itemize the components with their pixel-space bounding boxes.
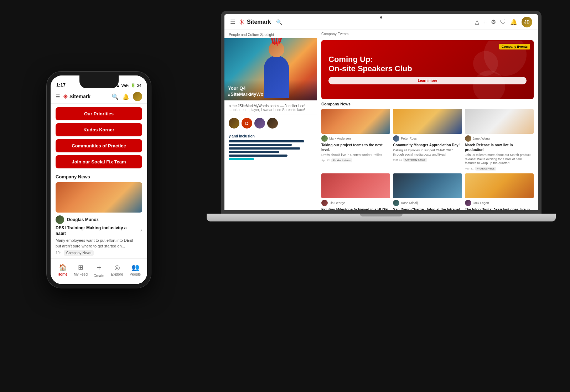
laptop-right-panel[interactable]: Company Events Company Events Coming Up:…: [317, 30, 538, 210]
our-priorities-button[interactable]: Our Priorities: [56, 107, 142, 120]
news-date-1: Apr 12: [321, 159, 330, 162]
news-card-1[interactable]: Mark Anderson Taking our project teams t…: [321, 109, 390, 171]
logo-icon: ✳: [239, 18, 245, 26]
news-card-4[interactable]: Tia George Exciting Milestone Achieved i…: [321, 173, 390, 210]
news-card-title-5: San Diego Charge - Igloo at the Intranet…: [393, 207, 462, 210]
avatar-1: [229, 118, 239, 129]
notification-icon[interactable]: 🔔: [510, 19, 517, 25]
news-card-2[interactable]: Peter Ross Community Manager Appreciatio…: [393, 109, 462, 171]
laptop-screen: ☰ ✳ Sitemark 🔍 △ + ⚙ 🛡 🔔 JD: [224, 14, 538, 210]
news-meta-2: Mar 31 Company News: [393, 158, 462, 162]
news-tag-2[interactable]: Company News: [403, 158, 427, 162]
phone-nav-people[interactable]: 👥 People: [127, 263, 144, 276]
phone-nav-create[interactable]: ＋ Create: [90, 262, 108, 278]
events-section-label: Company Events: [317, 30, 538, 36]
dei-section: y and Inclusion: [229, 134, 313, 160]
hero-badge: Company Events: [499, 44, 530, 49]
phone-logo-text: Sitemark: [69, 94, 90, 99]
kudos-korner-button[interactable]: Kudos Korner: [56, 123, 142, 136]
news-card-title-2: Community Manager Appreciation Day!: [393, 143, 462, 147]
laptop-camera: [380, 16, 382, 19]
news-card-title-6: The Igloo Digital Assistant goes live in…: [465, 207, 534, 210]
phone-notch: [79, 75, 119, 88]
laptop-body: ☰ ✳ Sitemark 🔍 △ + ⚙ 🛡 🔔 JD: [221, 11, 542, 214]
news-author-avatar-2: [393, 135, 399, 142]
add-icon[interactable]: +: [483, 19, 487, 25]
explore-label: Explore: [111, 272, 123, 276]
battery-level: 24: [137, 83, 141, 88]
settings-icon[interactable]: ⚙: [491, 19, 496, 25]
phone-user-avatar[interactable]: [133, 92, 142, 101]
news-author-2: Peter Ross: [393, 135, 462, 142]
phone: 1:17 ▲▲▲ WiFi 🔋 24 ☰ ✳ Sitemark 🔍 🔔: [46, 71, 151, 288]
phone-featured-news-card[interactable]: Douglas Munoz DE&I Training: Making incl…: [56, 182, 142, 256]
laptop: ☰ ✳ Sitemark 🔍 △ + ⚙ 🛡 🔔 JD: [221, 11, 542, 231]
news-author-avatar-3: [465, 135, 471, 142]
avatar-3: [254, 118, 265, 129]
laptop-base: [207, 214, 556, 221]
phone-news-meta: 19h Compnay News: [56, 250, 142, 256]
phone-search-icon[interactable]: 🔍: [112, 93, 119, 100]
phone-logo[interactable]: ✳ Sitemark: [63, 93, 90, 100]
news-author-name-4: Tia George: [329, 201, 345, 205]
home-icon: 🏠: [59, 263, 67, 271]
phone-header: ☰ ✳ Sitemark 🔍 🔔: [51, 90, 147, 104]
news-card-title-1: Taking our project teams to the next lev…: [321, 143, 390, 152]
phone-time: 1:17: [56, 82, 66, 88]
topbar-actions: △ + ⚙ 🛡 🔔 JD: [475, 17, 532, 27]
news-card-desc-2: Calling all Iglooites to support CMAD 20…: [393, 148, 462, 157]
social-fix-team-button[interactable]: Join our Social Fix Team: [56, 155, 142, 168]
news-card-5[interactable]: Rose Mihalj San Diego Charge - Igloo at …: [393, 173, 462, 210]
hamburger-icon[interactable]: ☰: [230, 19, 235, 25]
home-label: Home: [58, 272, 68, 276]
company-news-section: Company News Mark Anderson Taking our pr…: [317, 99, 538, 210]
phone-nav-myfeed[interactable]: ⊞ My Feed: [72, 263, 89, 276]
phone-logo-icon: ✳: [63, 93, 68, 100]
news-card-title-3: March Release is now live in production!: [465, 143, 534, 152]
news-card-3[interactable]: Janet Wong March Release is now live in …: [465, 109, 534, 171]
news-tag-3[interactable]: Product News: [475, 167, 497, 171]
news-thumb-2: [393, 109, 462, 134]
dei-bar-2: [229, 144, 292, 146]
avatars-row: D: [224, 115, 317, 131]
phone-news-author-name: Douglas Munoz: [67, 217, 99, 222]
create-label: Create: [93, 274, 104, 278]
people-label: People: [130, 272, 141, 276]
news-author-name-6: Jack Logan: [473, 201, 489, 205]
news-card-desc-1: Drafts should live in Content under Prof…: [321, 153, 390, 157]
phone-nav-explore[interactable]: ◎ Explore: [109, 263, 126, 276]
logo[interactable]: ✳ Sitemark: [239, 18, 271, 26]
news-author-6: Jack Logan: [465, 200, 534, 206]
news-author-name-2: Peter Ross: [401, 137, 417, 140]
shield-icon[interactable]: 🛡: [500, 19, 506, 25]
create-icon: ＋: [95, 262, 103, 273]
news-author-name-3: Janet Wong: [473, 137, 490, 140]
hero-learn-more-button[interactable]: Learn more: [328, 77, 527, 84]
laptop-left-panel: People and Culture Spotlight: [224, 30, 317, 210]
news-meta-3: Mar 31 Product News: [465, 167, 534, 171]
dei-accent-bar: [229, 158, 254, 160]
news-thumb-5: [393, 173, 462, 198]
phone-news-title: DE&I Training: Making inclusivity a habi…: [56, 225, 133, 236]
user-avatar[interactable]: JD: [522, 17, 532, 27]
phone-bell-icon[interactable]: 🔔: [122, 93, 129, 100]
hero-banner: Company Events Coming Up:On-site Speaker…: [321, 40, 534, 99]
phone-nav-home[interactable]: 🏠 Home: [54, 263, 71, 276]
news-thumb-3: [465, 109, 534, 134]
dei-bar-1: [229, 140, 304, 142]
news-tag-1[interactable]: Product News: [331, 158, 353, 162]
phone-hamburger-icon[interactable]: ☰: [56, 94, 60, 99]
phone-nav-buttons: Our Priorities Kudos Korner Communities …: [51, 104, 147, 172]
hero-title: Coming Up:On-site Speakers Club: [328, 55, 527, 74]
communities-of-practice-button[interactable]: Communities of Practice: [56, 139, 142, 152]
avatar-4: [267, 118, 278, 129]
phone-screen: 1:17 ▲▲▲ WiFi 🔋 24 ☰ ✳ Sitemark 🔍 🔔: [51, 75, 147, 284]
news-meta-1: Apr 12 Product News: [321, 158, 390, 162]
alert-icon[interactable]: △: [475, 19, 479, 25]
phone-news-tag[interactable]: Compnay News: [64, 250, 94, 256]
news-card-desc-3: Join us to learn more about our March pr…: [465, 153, 534, 166]
news-author-name-1: Mark Anderson: [329, 137, 351, 140]
phone-news-image: [56, 182, 142, 213]
news-card-6[interactable]: Jack Logan The Igloo Digital Assistant g…: [465, 173, 534, 210]
search-icon[interactable]: 🔍: [276, 19, 282, 25]
